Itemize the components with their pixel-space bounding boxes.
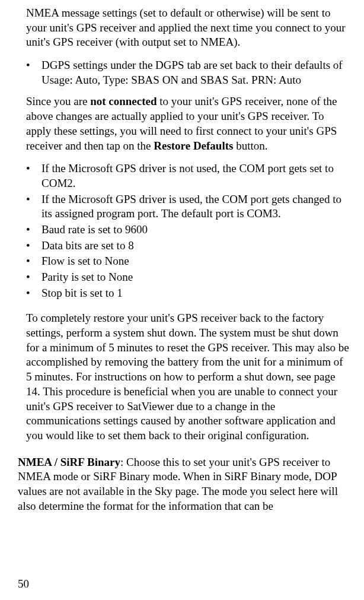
text-fragment: button.	[233, 139, 267, 152]
list-item: If the Microsoft GPS driver is not used,…	[26, 161, 351, 191]
not-connected-paragraph: Since you are not connected to your unit…	[26, 94, 351, 153]
bold-nmea-sirf: NMEA / SiRF Binary	[18, 456, 120, 468]
bold-not-connected: not connected	[90, 95, 157, 107]
bullet-list-2: If the Microsoft GPS driver is not used,…	[26, 161, 351, 300]
intro-paragraph: NMEA message settings (set to default or…	[26, 6, 351, 50]
restore-paragraph: To completely restore your unit's GPS re…	[26, 311, 351, 443]
page-number: 50	[18, 577, 29, 592]
list-item: Baud rate is set to 9600	[26, 223, 351, 237]
list-item: Data bits are set to 8	[26, 239, 351, 253]
bullet-list-1: DGPS settings under the DGPS tab are set…	[26, 58, 351, 87]
list-item: DGPS settings under the DGPS tab are set…	[26, 58, 351, 87]
nmea-sirf-paragraph: NMEA / SiRF Binary: Choose this to set y…	[18, 455, 351, 514]
text-fragment: Since you are	[26, 95, 90, 107]
list-item: Stop bit is set to 1	[26, 286, 351, 301]
list-item: If the Microsoft GPS driver is used, the…	[26, 192, 351, 221]
list-item: Parity is set to None	[26, 270, 351, 285]
bold-restore-defaults: Restore Defaults	[154, 139, 233, 152]
list-item: Flow is set to None	[26, 254, 351, 269]
